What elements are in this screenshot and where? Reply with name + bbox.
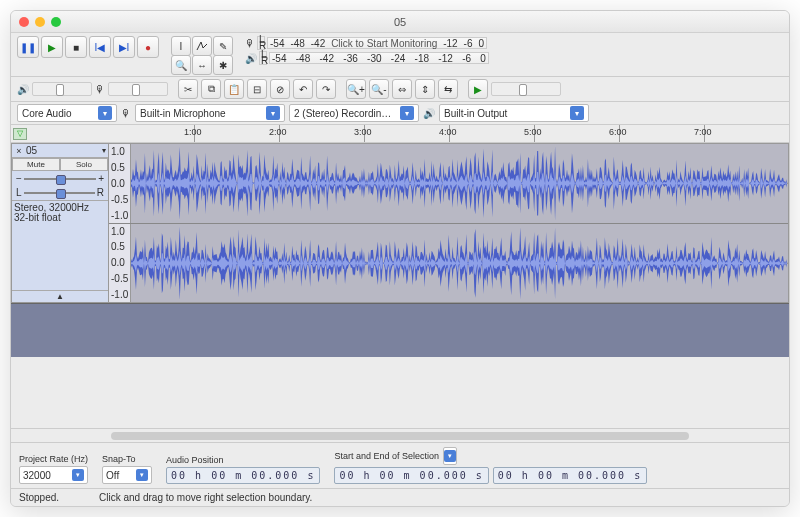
selection-start-field[interactable]: 00 h 00 m 00.000 s [334,467,488,484]
timeline-ruler[interactable]: 1:002:003:004:005:006:007:00 [109,125,789,142]
zoom-tool[interactable]: 🔍 [171,55,191,75]
pause-button[interactable]: ❚❚ [17,36,39,58]
snap-to-label: Snap-To [102,454,152,464]
selection-tool[interactable]: I [171,36,191,56]
transport-toolbar: ❚❚ ▶ ■ I◀ ▶I ● I ✎ 🔍 ↔ ✱ 🎙 LR -54-48-42 [11,33,789,77]
empty-track-area[interactable] [11,303,789,357]
device-toolbar: Core Audio▾ 🎙 Built-in Microphone▾ 2 (St… [11,102,789,125]
fit-selection-button[interactable]: ⇔ [392,79,412,99]
track-control-panel[interactable]: × 05 ▾ Mute Solo −+ LR Stereo, 32000Hz 3… [11,143,109,303]
audio-position-field[interactable]: 00 h 00 m 00.000 s [166,467,320,484]
project-rate-select[interactable]: 32000▾ [19,466,88,484]
recording-device-select[interactable]: Built-in Microphone▾ [135,104,285,122]
snap-to-select[interactable]: Off▾ [102,466,152,484]
cut-button[interactable]: ✂ [178,79,198,99]
pan-slider[interactable]: LR [16,187,104,198]
play-speed-slider[interactable] [491,82,561,96]
redo-button[interactable]: ↷ [316,79,336,99]
draw-tool[interactable]: ✎ [213,36,233,56]
status-state: Stopped. [19,492,59,503]
mute-button[interactable]: Mute [12,158,60,171]
skip-end-button[interactable]: ▶I [113,36,135,58]
selection-label: Start and End of Selection [334,451,439,461]
gain-slider[interactable]: −+ [16,173,104,184]
titlebar: 05 [11,11,789,33]
audio-host-select[interactable]: Core Audio▾ [17,104,117,122]
track-info: Stereo, 32000Hz 32-bit float [12,200,108,225]
skip-start-button[interactable]: I◀ [89,36,111,58]
undo-button[interactable]: ↶ [293,79,313,99]
playback-device-select[interactable]: Built-in Output▾ [439,104,589,122]
minimize-window-button[interactable] [35,17,45,27]
speaker-icon: 🔊 [423,108,435,119]
project-rate-label: Project Rate (Hz) [19,454,88,464]
start-monitoring-label[interactable]: Click to Start Monitoring [331,38,437,49]
window-controls [19,17,61,27]
waveform-area[interactable]: 1.00.50.0-0.5-1.0 1.00.50.0-0.5-1.0 [109,143,789,303]
track-menu-dropdown[interactable]: ▾ [102,146,106,155]
speaker-icon: 🔊 [245,53,257,64]
play-button[interactable]: ▶ [41,36,63,58]
close-window-button[interactable] [19,17,29,27]
audio-track: × 05 ▾ Mute Solo −+ LR Stereo, 32000Hz 3… [11,143,789,303]
waveform-channel-left[interactable]: 1.00.50.0-0.5-1.0 [109,144,788,224]
zoom-in-button[interactable]: 🔍+ [346,79,366,99]
selection-mode-select[interactable]: ▾ [443,447,457,465]
tracks-area: × 05 ▾ Mute Solo −+ LR Stereo, 32000Hz 3… [11,143,789,428]
speaker-icon: 🔊 [17,84,29,95]
app-window: 05 ❚❚ ▶ ■ I◀ ▶I ● I ✎ 🔍 ↔ ✱ 🎙 LR [10,10,790,507]
close-track-button[interactable]: × [14,146,24,156]
selection-end-field[interactable]: 00 h 00 m 00.000 s [493,467,647,484]
recording-channels-select[interactable]: 2 (Stereo) Recordin…▾ [289,104,419,122]
paste-button[interactable]: 📋 [224,79,244,99]
amplitude-scale: 1.00.50.0-0.5-1.0 [109,144,131,223]
window-title: 05 [394,16,406,28]
audio-position-label: Audio Position [166,455,320,465]
status-hint: Click and drag to move right selection b… [99,492,312,503]
horizontal-scrollbar[interactable] [11,428,789,442]
status-bar: Stopped. Click and drag to move right se… [11,488,789,506]
recording-volume-slider[interactable] [108,82,168,96]
recording-meter[interactable]: 🎙 LR -54-48-42 Click to Start Monitoring… [245,36,489,65]
copy-button[interactable]: ⧉ [201,79,221,99]
envelope-tool[interactable] [192,36,212,56]
timeline-ruler-row: ▽ 1:002:003:004:005:006:007:00 [11,125,789,143]
zoom-toggle-button[interactable]: ⇆ [438,79,458,99]
solo-button[interactable]: Solo [60,158,108,171]
playback-volume-slider[interactable] [32,82,92,96]
amplitude-scale: 1.00.50.0-0.5-1.0 [109,224,131,303]
zoom-out-button[interactable]: 🔍- [369,79,389,99]
trim-button[interactable]: ⊟ [247,79,267,99]
pinned-playhead-button[interactable]: ▽ [13,128,27,140]
mic-icon: 🎙 [245,38,255,49]
track-name: 05 [26,145,37,156]
silence-button[interactable]: ⊘ [270,79,290,99]
multi-tool[interactable]: ✱ [213,55,233,75]
edit-toolbar: 🔊 🎙 ✂ ⧉ 📋 ⊟ ⊘ ↶ ↷ 🔍+ 🔍- ⇔ ⇕ ⇆ ▶ [11,77,789,102]
waveform-channel-right[interactable]: 1.00.50.0-0.5-1.0 [109,224,788,303]
play-at-speed-button[interactable]: ▶ [468,79,488,99]
fit-project-button[interactable]: ⇕ [415,79,435,99]
meter-lr-label: LR [257,36,265,50]
mic-icon: 🎙 [95,84,105,95]
zoom-window-button[interactable] [51,17,61,27]
mic-icon: 🎙 [121,108,131,119]
record-button[interactable]: ● [137,36,159,58]
playback-meter[interactable]: 🔊 LR -54-48-42 -36-30-24 -18-12-6 0 [245,51,489,65]
timeshift-tool[interactable]: ↔ [192,55,212,75]
stop-button[interactable]: ■ [65,36,87,58]
selection-toolbar: Project Rate (Hz) 32000▾ Snap-To Off▾ Au… [11,442,789,488]
collapse-track-button[interactable]: ▲ [12,290,108,302]
